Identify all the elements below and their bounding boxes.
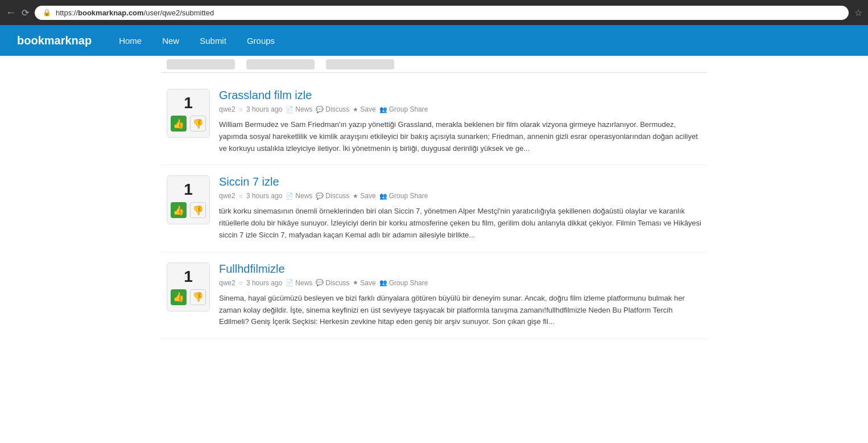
category-icon: 📄 — [286, 192, 294, 200]
bookmark-star-icon[interactable]: ☆ — [854, 7, 862, 18]
post-time: 3 hours ago — [246, 105, 282, 113]
star-icon: ★ — [353, 106, 358, 113]
navbar: bookmarknap Home New Submit Groups — [0, 25, 868, 56]
discuss-link[interactable]: 💬 Discuss — [316, 105, 349, 113]
url-bar[interactable]: 🔒 https://bookmarknap.com/user/qwe2/subm… — [35, 6, 849, 20]
partial-tab-1 — [167, 59, 235, 69]
vote-count: 1 — [184, 269, 193, 285]
post-excerpt: William Bermudez ve Sam Friedman'ın yazı… — [219, 119, 701, 154]
post-excerpt: Sinema, hayal gücümüzü besleyen ve bizi … — [219, 293, 701, 328]
partial-tab-3 — [326, 59, 394, 69]
nav-home[interactable]: Home — [109, 25, 152, 56]
post-title[interactable]: Grassland film izle — [219, 89, 701, 102]
vote-count: 1 — [184, 95, 193, 111]
post-meta: qwe2 ○ 3 hours ago 📄 News 💬 Discuss ★ Sa… — [219, 279, 701, 287]
group-icon: 👥 — [379, 279, 387, 286]
post-excerpt: türk korku sinemasının önemli örneklerin… — [219, 206, 701, 241]
downvote-button[interactable]: 👎 — [190, 202, 206, 218]
discuss-icon: 💬 — [316, 192, 324, 200]
post-username[interactable]: qwe2 — [219, 192, 235, 200]
top-partial-bar — [161, 56, 707, 73]
post-category[interactable]: 📄 News — [286, 192, 312, 200]
post-time: 3 hours ago — [246, 279, 282, 287]
discuss-icon: 💬 — [316, 279, 324, 286]
post-category[interactable]: 📄 News — [286, 105, 312, 113]
vote-box: 1 👍 👎 — [167, 89, 210, 138]
vote-buttons: 👍 👎 — [171, 289, 206, 305]
browser-chrome: ← ⟳ 🔒 https://bookmarknap.com/user/qwe2/… — [0, 0, 868, 25]
post-title[interactable]: Fullhdfilmizle — [219, 262, 701, 276]
save-link[interactable]: ★ Save — [353, 105, 375, 113]
category-icon: 📄 — [286, 279, 294, 286]
vote-buttons: 👍 👎 — [171, 202, 206, 218]
post-body: Siccin 7 izle qwe2 ○ 3 hours ago 📄 News … — [219, 175, 701, 241]
post-card: 1 👍 👎 Fullhdfilmizle qwe2 ○ 3 hours ago … — [161, 252, 707, 339]
group-icon: 👥 — [379, 106, 387, 113]
post-username[interactable]: qwe2 — [219, 279, 235, 287]
nav-new[interactable]: New — [152, 25, 189, 56]
post-title[interactable]: Siccin 7 izle — [219, 175, 701, 188]
group-share-link[interactable]: 👥 Group Share — [379, 192, 428, 200]
post-body: Grassland film izle qwe2 ○ 3 hours ago 📄… — [219, 89, 701, 154]
nav-logo: bookmarknap — [17, 34, 92, 47]
upvote-button[interactable]: 👍 — [171, 202, 187, 218]
group-share-link[interactable]: 👥 Group Share — [379, 279, 428, 287]
post-card: 1 👍 👎 Grassland film izle qwe2 ○ 3 hours… — [161, 79, 707, 165]
save-link[interactable]: ★ Save — [353, 192, 375, 200]
vote-box: 1 👍 👎 — [167, 175, 210, 224]
post-username[interactable]: qwe2 — [219, 105, 235, 113]
post-card: 1 👍 👎 Siccin 7 izle qwe2 ○ 3 hours ago 📄… — [161, 165, 707, 252]
lock-icon: 🔒 — [43, 9, 51, 17]
upvote-button[interactable]: 👍 — [171, 116, 187, 132]
discuss-link[interactable]: 💬 Discuss — [316, 279, 349, 287]
group-icon: 👥 — [379, 192, 387, 200]
post-time: 3 hours ago — [246, 192, 282, 200]
category-icon: 📄 — [286, 106, 294, 113]
discuss-link[interactable]: 💬 Discuss — [316, 192, 349, 200]
post-body: Fullhdfilmizle qwe2 ○ 3 hours ago 📄 News… — [219, 262, 701, 328]
nav-submit[interactable]: Submit — [189, 25, 237, 56]
vote-count: 1 — [184, 182, 193, 198]
nav-groups[interactable]: Groups — [237, 25, 285, 56]
post-meta: qwe2 ○ 3 hours ago 📄 News 💬 Discuss ★ Sa… — [219, 105, 701, 113]
group-share-link[interactable]: 👥 Group Share — [379, 105, 428, 113]
post-category[interactable]: 📄 News — [286, 279, 312, 287]
vote-buttons: 👍 👎 — [171, 116, 206, 132]
downvote-button[interactable]: 👎 — [190, 116, 206, 132]
post-meta: qwe2 ○ 3 hours ago 📄 News 💬 Discuss ★ Sa… — [219, 192, 701, 200]
save-link[interactable]: ★ Save — [353, 279, 375, 287]
back-button[interactable]: ← — [6, 7, 16, 18]
star-icon: ★ — [353, 192, 358, 200]
partial-tab-2 — [246, 59, 315, 69]
refresh-button[interactable]: ⟳ — [22, 7, 29, 18]
url-text: https://bookmarknap.com/user/qwe2/submit… — [56, 9, 841, 17]
discuss-icon: 💬 — [316, 106, 324, 113]
vote-box: 1 👍 👎 — [167, 262, 210, 311]
upvote-button[interactable]: 👍 — [171, 289, 187, 305]
star-icon: ★ — [353, 279, 358, 286]
downvote-button[interactable]: 👎 — [190, 289, 206, 305]
